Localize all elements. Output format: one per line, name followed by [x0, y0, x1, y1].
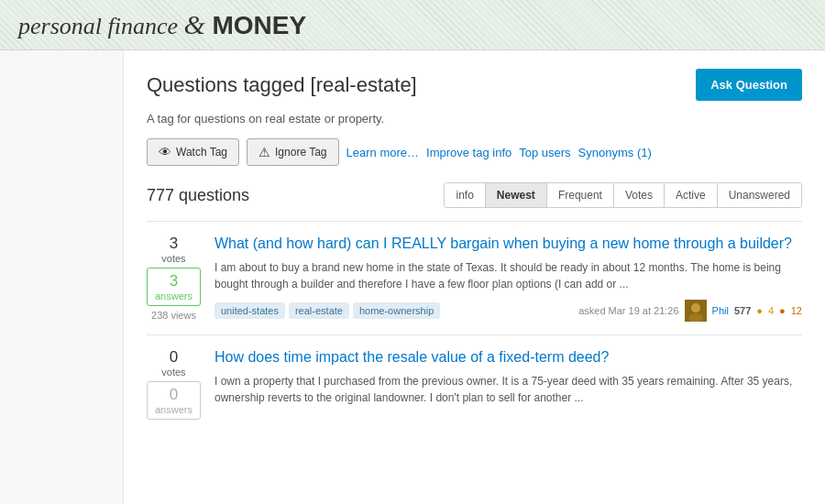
- top-users-link[interactable]: Top users: [519, 146, 570, 159]
- question-title[interactable]: How does time impact the resale value of…: [214, 348, 802, 367]
- tag-actions: 👁 Watch Tag ⚠ Ignore Tag Learn more… Imp…: [147, 138, 802, 166]
- tab-active[interactable]: Active: [665, 183, 718, 207]
- ignore-tag-button[interactable]: ⚠ Ignore Tag: [247, 138, 339, 166]
- vote-count: 0 votes: [161, 348, 185, 378]
- badge-gold-count: 4: [768, 305, 774, 316]
- tag-united-states[interactable]: united-states: [214, 302, 285, 319]
- filter-tabs: info Newest Frequent Votes Active Unansw…: [444, 182, 802, 208]
- question-meta: asked Mar 19 at 21:26 Phil 577 ● 4 ● 12: [578, 300, 802, 322]
- synonyms-link[interactable]: Synonyms (1): [578, 146, 652, 159]
- ignore-tag-label: Ignore Tag: [275, 146, 327, 159]
- logo-ampersand: &: [184, 9, 213, 39]
- site-header: personal finance & MONEY: [0, 0, 825, 50]
- tab-info[interactable]: info: [445, 183, 485, 207]
- question-item: 0 votes 0 answers How does time impact t…: [147, 334, 802, 433]
- question-excerpt: I own a property that I purchased from t…: [214, 373, 802, 406]
- view-count: 238 views: [151, 310, 196, 321]
- user-rep: 577: [734, 305, 751, 316]
- logo-money: MONEY: [212, 11, 306, 39]
- page-title: Questions tagged [real-estate]: [147, 73, 417, 97]
- content: Questions tagged [real-estate] Ask Quest…: [124, 50, 825, 504]
- badge-gold-icon: ●: [756, 305, 763, 316]
- question-body: How does time impact the resale value of…: [214, 348, 802, 420]
- user-name[interactable]: Phil: [712, 305, 729, 316]
- improve-tag-link[interactable]: Improve tag info: [426, 146, 512, 159]
- ask-question-button[interactable]: Ask Question: [696, 69, 802, 101]
- watch-tag-button[interactable]: 👁 Watch Tag: [147, 138, 239, 166]
- question-stats: 3 votes 3 answers 238 views: [147, 235, 201, 322]
- page-header: Questions tagged [real-estate] Ask Quest…: [147, 69, 802, 101]
- tab-newest[interactable]: Newest: [486, 183, 547, 207]
- logo-text: personal finance: [18, 13, 178, 39]
- question-tags: united-states real-estate home-ownership: [214, 302, 440, 319]
- user-avatar: [685, 300, 707, 322]
- tag-real-estate[interactable]: real-estate: [289, 302, 349, 319]
- badge-bronze-icon: ●: [779, 305, 786, 316]
- site-logo: personal finance & MONEY: [18, 9, 306, 40]
- learn-more-link[interactable]: Learn more…: [346, 146, 419, 159]
- questions-count: 777 questions: [147, 186, 249, 205]
- vote-count: 3 votes: [161, 235, 185, 264]
- tab-votes[interactable]: Votes: [614, 183, 665, 207]
- question-stats: 0 votes 0 answers: [147, 348, 201, 420]
- tab-frequent[interactable]: Frequent: [547, 183, 614, 207]
- eye-icon: 👁: [159, 145, 171, 159]
- circle-slash-icon: ⚠: [258, 145, 270, 159]
- badge-bronze-count: 12: [791, 305, 802, 316]
- question-title[interactable]: What (and how hard) can I REALLY bargain…: [214, 235, 802, 254]
- asked-date: asked Mar 19 at 21:26: [578, 305, 678, 316]
- tag-home-ownership[interactable]: home-ownership: [353, 302, 440, 319]
- question-footer: united-states real-estate home-ownership…: [214, 300, 802, 322]
- tag-description: A tag for questions on real estate or pr…: [147, 112, 802, 126]
- question-item: 3 votes 3 answers 238 views What (and ho…: [147, 221, 802, 334]
- main-container: Questions tagged [real-estate] Ask Quest…: [0, 50, 825, 504]
- question-excerpt: I am about to buy a brand new home in th…: [214, 259, 802, 292]
- watch-tag-label: Watch Tag: [176, 146, 227, 159]
- svg-point-1: [691, 303, 700, 312]
- answer-count: 3 answers: [147, 268, 201, 306]
- question-body: What (and how hard) can I REALLY bargain…: [214, 235, 802, 322]
- sidebar: [0, 50, 124, 504]
- tab-unanswered[interactable]: Unanswered: [718, 183, 801, 207]
- questions-header: 777 questions info Newest Frequent Votes…: [147, 182, 802, 208]
- answer-count: 0 answers: [147, 381, 201, 420]
